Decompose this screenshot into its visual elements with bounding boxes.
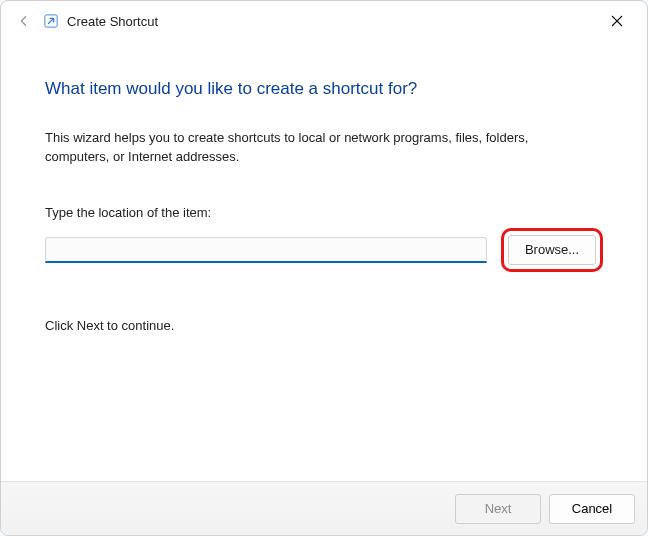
continue-hint: Click Next to continue. [45, 318, 603, 333]
browse-button[interactable]: Browse... [508, 235, 596, 265]
location-row: Browse... [45, 228, 603, 272]
footer: Next Cancel [1, 481, 647, 535]
cancel-button[interactable]: Cancel [549, 494, 635, 524]
shortcut-icon [43, 13, 59, 29]
next-button: Next [455, 494, 541, 524]
dialog-title: Create Shortcut [67, 14, 158, 29]
location-input[interactable] [45, 237, 487, 263]
page-description: This wizard helps you to create shortcut… [45, 129, 585, 167]
page-heading: What item would you like to create a sho… [45, 79, 603, 99]
content-area: What item would you like to create a sho… [1, 41, 647, 481]
back-arrow-icon[interactable] [11, 8, 37, 34]
close-button[interactable] [601, 9, 633, 33]
annotation-highlight: Browse... [501, 228, 603, 272]
titlebar: Create Shortcut [1, 1, 647, 41]
create-shortcut-dialog: Create Shortcut What item would you like… [0, 0, 648, 536]
location-label: Type the location of the item: [45, 205, 603, 220]
